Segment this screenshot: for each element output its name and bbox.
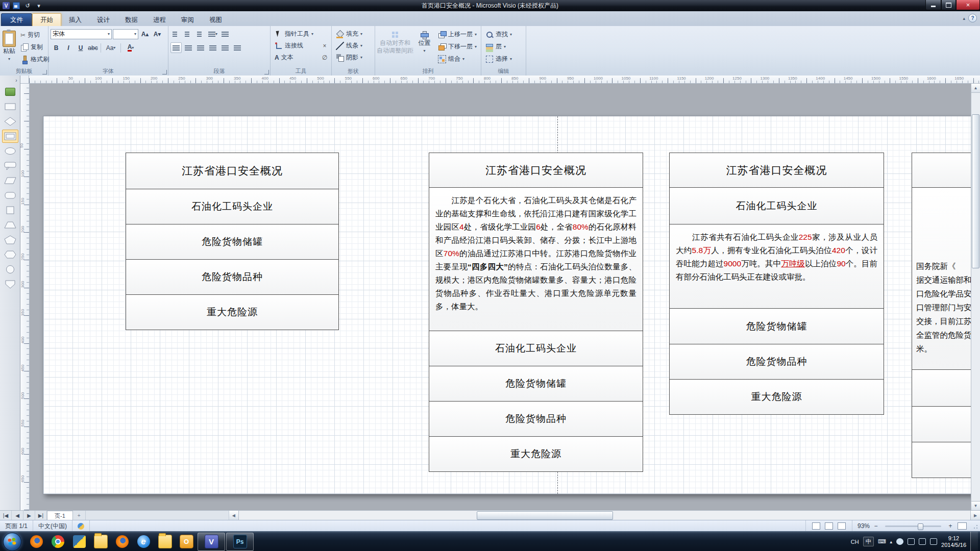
taskbar-photoshop-active[interactable]: Ps <box>226 533 254 551</box>
zoom-in-button[interactable]: + <box>947 522 954 530</box>
align-top-button[interactable] <box>219 42 231 53</box>
justify-button[interactable] <box>207 42 218 53</box>
zoom-slider[interactable] <box>885 525 941 527</box>
decrease-indent-button[interactable] <box>183 29 194 39</box>
cut-button[interactable]: ✂剪切 <box>18 30 51 40</box>
shape-circle[interactable] <box>2 263 18 276</box>
flow-shape[interactable]: 重大危险源 <box>429 436 643 472</box>
visio-app-icon[interactable]: V <box>3 2 10 9</box>
first-page-button[interactable]: |◀ <box>0 511 12 520</box>
volume-icon[interactable] <box>919 538 926 545</box>
scroll-up-button[interactable]: ▲ <box>971 84 980 93</box>
tab-view[interactable]: 视图 <box>202 14 230 26</box>
flow-shape[interactable]: 江苏省港口安全概况 <box>669 153 884 188</box>
layers-button[interactable]: 层▾ <box>483 41 524 52</box>
shape-parallelogram[interactable] <box>2 174 18 187</box>
last-page-button[interactable]: ▶| <box>35 511 47 520</box>
taskbar-browser[interactable] <box>112 533 132 550</box>
font-name-combo[interactable]: 宋体 ▾ <box>51 29 112 39</box>
flow-shape[interactable]: 危险货物品种 <box>669 344 884 380</box>
insert-page-button[interactable]: + <box>73 511 86 520</box>
flow-text-shape[interactable]: 江苏省共有石油化工码头企业225家，涉及从业人员大约5.8万人，拥有专业化石油化… <box>669 224 884 309</box>
close-button[interactable]: × <box>956 0 980 10</box>
paragraph-dialog-launcher[interactable] <box>264 70 269 74</box>
page-indicator[interactable]: 页面 1/1 <box>0 520 33 532</box>
line-button[interactable]: 线条▾ <box>334 40 364 51</box>
expand-shapes-panel-button[interactable]: › <box>13 77 20 84</box>
scroll-left-button[interactable]: ◀ <box>229 511 239 520</box>
font-dialog-launcher[interactable] <box>162 70 167 74</box>
line-spacing-button[interactable]: ▾ <box>207 29 218 39</box>
taskbar-firefox[interactable] <box>26 533 46 550</box>
collapse-ribbon-icon[interactable]: ▴ <box>963 16 965 21</box>
connector-tool-button[interactable]: 连接线 <box>273 40 305 51</box>
flow-shape[interactable]: 危险货物储罐 <box>126 224 339 260</box>
action-center-icon[interactable] <box>908 538 915 545</box>
taskbar-chrome[interactable] <box>47 533 68 550</box>
minimize-button[interactable] <box>925 0 941 10</box>
flow-shape[interactable] <box>912 153 980 188</box>
underline-button[interactable]: U <box>75 42 86 53</box>
macro-status[interactable] <box>72 520 90 532</box>
font-size-combo[interactable]: ▾ <box>113 29 138 39</box>
find-button[interactable]: 查找▾ <box>483 29 524 40</box>
shape-ellipse[interactable] <box>2 144 18 158</box>
flow-shape[interactable] <box>912 369 980 407</box>
align-right-button[interactable] <box>195 42 206 53</box>
taskbar-python[interactable] <box>69 533 89 550</box>
fit-page-button[interactable] <box>958 522 967 530</box>
bullets-button[interactable] <box>170 29 182 39</box>
qat-customize-button[interactable]: ▾ <box>34 2 43 10</box>
flow-shape[interactable]: 重大危险源 <box>126 294 339 330</box>
vertical-ruler[interactable]: 50100150200250300350400450500550600650 <box>20 84 30 510</box>
group-button[interactable]: 组合▾ <box>436 54 479 64</box>
show-desktop-button[interactable] <box>970 532 978 551</box>
zoom-out-button[interactable]: − <box>872 522 879 530</box>
resize-grip[interactable] <box>973 520 980 532</box>
flow-shape[interactable]: 江苏省港口安全概况 <box>429 153 643 188</box>
grow-font-button[interactable]: A▴ <box>139 29 151 39</box>
fill-button[interactable]: 填充▾ <box>334 29 364 39</box>
paste-button[interactable]: 粘贴 ▾ <box>2 28 16 69</box>
taskbar-clock[interactable]: 9:12 2014/5/16 <box>941 535 966 548</box>
bold-button[interactable]: B <box>51 42 62 53</box>
horizontal-scroll-thumb[interactable] <box>477 511 613 520</box>
tab-file[interactable]: 文件 <box>1 13 32 26</box>
shape-pentagon[interactable] <box>2 233 18 246</box>
tray-status-icon[interactable] <box>896 538 903 545</box>
help-icon[interactable]: ? <box>968 14 977 22</box>
zoom-slider-thumb[interactable] <box>918 523 923 530</box>
flow-shape[interactable] <box>912 406 980 442</box>
drawing-page[interactable]: 江苏省港口安全概况 石油化工码头企业 危险货物储罐 危险货物品种 重大危险源 江… <box>43 116 980 494</box>
keyboard-icon[interactable]: ⌨ <box>878 538 886 545</box>
vertical-scroll-thumb[interactable] <box>972 114 979 268</box>
flow-shape[interactable]: 江苏省港口安全概况 <box>126 153 339 189</box>
shape-shield[interactable] <box>2 278 18 291</box>
ime-mode-button[interactable]: 中 <box>863 537 874 546</box>
connection-point-button[interactable]: × <box>320 40 329 51</box>
shape-hexagon[interactable] <box>2 248 18 261</box>
shape-square[interactable] <box>2 204 18 217</box>
language-indicator[interactable]: 中文(中国) <box>33 520 72 532</box>
clipboard-dialog-launcher[interactable] <box>42 70 47 74</box>
change-case-button[interactable]: Aa▾ <box>103 42 118 53</box>
shape-diamond[interactable] <box>2 115 18 128</box>
flow-shape[interactable]: 重大危险源 <box>669 379 884 415</box>
previous-page-button[interactable]: ◀ <box>12 511 23 520</box>
flow-shape[interactable]: 石油化工码头企业 <box>669 187 884 224</box>
taskbar-outlook[interactable]: O <box>176 533 197 550</box>
strikethrough-button[interactable]: abc <box>87 42 99 53</box>
taskbar-explorer-2[interactable] <box>155 533 175 550</box>
copy-button[interactable]: 复制 <box>18 42 51 53</box>
normal-view-icon[interactable] <box>812 522 820 530</box>
page-tab-active[interactable]: 页-1 <box>47 511 73 520</box>
flow-shape[interactable]: 危险货物品种 <box>126 259 339 295</box>
shape-framed-rectangle[interactable] <box>2 130 18 143</box>
shape-rounded-rectangle[interactable] <box>2 189 18 202</box>
tab-design[interactable]: 设计 <box>89 14 117 26</box>
flow-shape[interactable]: 危险货物品种 <box>429 401 643 437</box>
flow-shape[interactable]: 危险货物储罐 <box>669 308 884 344</box>
increase-indent-button[interactable] <box>195 29 206 39</box>
shape-trapezoid[interactable] <box>2 218 18 232</box>
taskbar-ie[interactable]: e <box>133 533 154 550</box>
